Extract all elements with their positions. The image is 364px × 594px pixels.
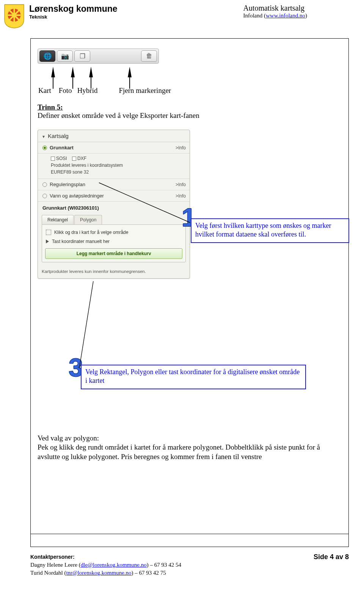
callout-1: Velg først hvilken karttype som ønskes o… bbox=[191, 218, 349, 243]
polygon-instructions: Ved valg av polygon: Pek og klikk deg ru… bbox=[38, 434, 341, 461]
label-sosi: SOSI bbox=[56, 156, 67, 161]
callout-3: Velg Rektangel, Polygon eller tast koord… bbox=[81, 365, 306, 389]
doc-subtitle: Infoland (www.infoland.no) bbox=[243, 13, 307, 19]
row-manual-coords[interactable]: Tast koordinater manuelt her bbox=[45, 237, 182, 246]
info-link[interactable]: >Info bbox=[176, 193, 186, 199]
shape-tab-body: Klikk og dra i kart for å velge område T… bbox=[42, 224, 186, 262]
toolbar-label-row: 🌐 📷 ❐ 🗑 Kart Foto Hybrid Fjern marke bbox=[38, 49, 342, 95]
checkbox-sosi[interactable] bbox=[51, 157, 55, 161]
layers-icon: ❐ bbox=[80, 52, 85, 60]
arrow-icon bbox=[128, 67, 132, 77]
trinn-text: Definer ønsket område ved å velge Ekspor… bbox=[38, 111, 342, 120]
radio-off-icon bbox=[42, 182, 47, 187]
subtitle-suffix: ) bbox=[305, 13, 307, 19]
map-mode-hybrid-button[interactable]: ❐ bbox=[74, 50, 90, 62]
contact-1-tail: ) – 67 93 42 54 bbox=[147, 562, 181, 568]
contact-1-name: Dagny Helene Leere ( bbox=[30, 562, 81, 568]
divider bbox=[31, 534, 348, 534]
tab-rektangel[interactable]: Rektangel bbox=[42, 215, 74, 224]
org-subtitle: Teknisk bbox=[29, 14, 243, 20]
shape-tabs: Rektangel Polygon bbox=[38, 215, 190, 224]
format-block: SOSI DXF Produktet leveres i koordinatsy… bbox=[38, 154, 190, 179]
toolbar-section: 🌐 📷 ❐ 🗑 Kart Foto Hybrid Fjern marke bbox=[31, 39, 348, 284]
page-header: Lørenskog kommune Teknisk Automatisk kar… bbox=[0, 0, 364, 31]
selected-product-label: Grunnkart (WI02306101) bbox=[38, 202, 190, 214]
header-right: Automatisk kartsalg Infoland (www.infola… bbox=[243, 4, 307, 19]
arrow-icon bbox=[51, 67, 55, 77]
label-kart: Kart bbox=[38, 86, 51, 95]
arrow-icon bbox=[89, 67, 93, 77]
panel-footnote: Kartprodukter leveres kun innenfor kommu… bbox=[38, 266, 190, 278]
option-grunnkart-label: Grunnkart bbox=[50, 145, 74, 150]
label-hybrid: Hybrid bbox=[77, 86, 98, 95]
info-link[interactable]: >Info bbox=[176, 145, 186, 150]
trinn-heading: Trinn 5: bbox=[38, 103, 342, 111]
contact-2-name: Turid Nordahl ( bbox=[30, 570, 66, 576]
camera-icon: 📷 bbox=[61, 52, 69, 60]
radio-on-icon bbox=[42, 146, 47, 150]
clear-markings-button[interactable]: 🗑 bbox=[141, 50, 157, 62]
row-click-drag-label: Klikk og dra i kart for å velge område bbox=[54, 230, 128, 235]
play-icon bbox=[46, 240, 49, 243]
radio-off-icon bbox=[42, 194, 47, 198]
option-vann[interactable]: Vann og avløpsledninger >Info bbox=[38, 190, 190, 202]
toolbar-pointer-arrows bbox=[47, 67, 132, 77]
toolbar-text-labels: Kart Foto Hybrid Fjern markeringer bbox=[38, 86, 342, 95]
org-name: Lørenskog kommune bbox=[29, 4, 243, 14]
row-click-drag[interactable]: Klikk og dra i kart for å velge område bbox=[45, 228, 182, 237]
page-footer: Kontaktpersoner: Dagny Helene Leere (dle… bbox=[30, 553, 349, 577]
contact-2-tail: ) – 67 93 42 75 bbox=[132, 570, 166, 576]
globe-icon: 🌐 bbox=[44, 52, 52, 60]
selection-icon bbox=[46, 230, 51, 235]
prod-info-line2: EUREF89 sone 32 bbox=[51, 169, 186, 176]
page-frame: 🌐 📷 ❐ 🗑 Kart Foto Hybrid Fjern marke bbox=[30, 38, 349, 547]
label-foto: Foto bbox=[59, 86, 72, 95]
contact-heading: Kontaktpersoner: bbox=[30, 554, 75, 560]
info-link[interactable]: >Info bbox=[176, 182, 186, 187]
option-regplan-label: Reguleringsplan bbox=[50, 182, 85, 187]
header-left: Lørenskog kommune Teknisk bbox=[29, 4, 243, 20]
municipal-crest-icon bbox=[4, 4, 25, 28]
polygon-body: Pek og klikk deg rundt området i kartet … bbox=[38, 443, 341, 461]
trash-icon: 🗑 bbox=[146, 52, 152, 60]
prod-info-line1: Produktet leveres i koordinatsystem bbox=[51, 162, 186, 169]
infoland-link[interactable]: www.infoland.no bbox=[266, 13, 305, 19]
tab-polygon[interactable]: Polygon bbox=[74, 215, 102, 224]
option-reguleringsplan[interactable]: Reguleringsplan >Info bbox=[38, 179, 190, 190]
map-mode-foto-button[interactable]: 📷 bbox=[57, 50, 73, 62]
option-grunnkart[interactable]: Grunnkart >Info bbox=[38, 142, 190, 154]
option-vann-label: Vann og avløpsledninger bbox=[50, 193, 104, 199]
contact-1-mail[interactable]: dle@lorenskog.kommune.no bbox=[81, 562, 147, 568]
map-mode-kart-button[interactable]: 🌐 bbox=[39, 50, 55, 62]
subtitle-prefix: Infoland ( bbox=[243, 13, 266, 19]
contact-2-mail[interactable]: tnr@lorenskog.kommune.no bbox=[66, 570, 131, 576]
polygon-heading: Ved valg av polygon: bbox=[38, 434, 341, 443]
map-mode-toolbar: 🌐 📷 ❐ 🗑 bbox=[38, 49, 159, 64]
label-dxf: DXF bbox=[77, 156, 86, 161]
trinn-block: Trinn 5: Definer ønsket område ved å vel… bbox=[38, 103, 342, 120]
panel-header[interactable]: Kartsalg bbox=[38, 130, 190, 142]
checkbox-dxf[interactable] bbox=[72, 157, 76, 161]
label-fjern: Fjern markeringer bbox=[119, 86, 171, 95]
arrow-icon bbox=[71, 67, 75, 77]
add-to-cart-button[interactable]: Legg markert område i handlekurv bbox=[45, 248, 182, 259]
page-number: Side 4 av 8 bbox=[314, 553, 349, 577]
doc-title: Automatisk kartsalg bbox=[243, 4, 307, 13]
row-manual-coords-label: Tast koordinater manuelt her bbox=[52, 239, 110, 244]
kartsalg-panel: Kartsalg Grunnkart >Info SOSI DXF Produk… bbox=[38, 130, 190, 279]
contact-block: Kontaktpersoner: Dagny Helene Leere (dle… bbox=[30, 553, 181, 577]
